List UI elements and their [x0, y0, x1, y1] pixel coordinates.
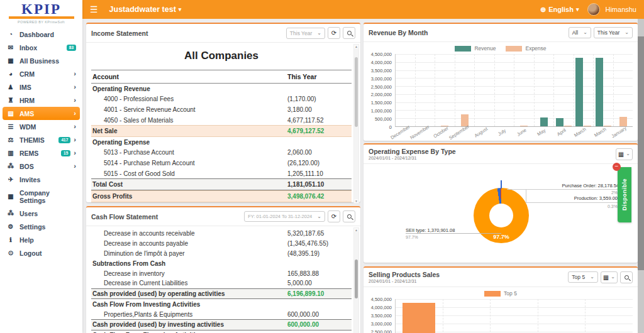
sidebar-item-dashboard[interactable]: ◔Dashboard: [0, 28, 82, 41]
x-slot: March: [574, 127, 594, 145]
row-value: 165,883.88: [287, 270, 350, 277]
revenue-bar[interactable]: [596, 58, 603, 126]
globe-icon: ⊕: [540, 6, 546, 14]
expense-bar[interactable]: [564, 126, 572, 126]
income-period-select[interactable]: This Year ⌄: [286, 28, 325, 39]
category-slot: [490, 299, 538, 333]
top-5-bar[interactable]: [402, 303, 435, 333]
sidebar-item-settings[interactable]: ⚙Settings: [0, 220, 82, 233]
panel-date-range: 2024/01/01 - 2024/12/31: [369, 156, 456, 160]
category-slot: [585, 299, 633, 333]
expense-bar[interactable]: [584, 126, 591, 126]
sidebar-item-users[interactable]: ⁂Users: [0, 207, 82, 220]
sidebar-item-help[interactable]: ℹHelp: [0, 233, 82, 246]
row-label: Cash Flow From Investing Activities: [92, 301, 287, 308]
chevron-right-icon: ›: [74, 70, 76, 77]
revenue-bar[interactable]: [575, 58, 583, 126]
refresh-button[interactable]: ⟳: [328, 27, 340, 39]
page-scrollbar-thumb[interactable]: [638, 36, 644, 270]
user-name[interactable]: Himanshu: [605, 6, 636, 13]
sidebar-item-crm[interactable]: ◕CRM›: [0, 67, 82, 80]
table-row: Cash Flow From Financing Activities: [91, 330, 352, 333]
table-row: Subtractions From Cash: [91, 258, 352, 268]
donut-chart-area: 97.7% Purchase Order: 28,178.54 2% Produ…: [364, 164, 638, 263]
row-value: 1,205,111.10: [287, 170, 350, 177]
donut-chart[interactable]: 97.7%: [474, 188, 529, 243]
row-label: Gross Profits: [92, 193, 287, 200]
table-row: Total Cost1,181,051.10: [91, 178, 352, 190]
chevron-right-icon: ›: [74, 110, 76, 117]
notification-badge[interactable]: −: [613, 163, 621, 171]
revenue-filter-select[interactable]: All ⌄: [569, 27, 591, 38]
row-value: (48,395.19): [287, 250, 350, 257]
category-slot: [474, 54, 494, 126]
refresh-button[interactable]: ⟳: [328, 210, 340, 222]
selected-filter: Top 5: [572, 274, 585, 280]
sidebar-item-label: REMS: [19, 150, 38, 157]
search-button[interactable]: [620, 271, 633, 283]
sidebar-item-all-business[interactable]: ▦All Business: [0, 54, 82, 67]
search-button[interactable]: [343, 210, 355, 222]
page-scrollbar[interactable]: [638, 19, 644, 333]
expense-bar[interactable]: [619, 117, 627, 126]
search-button[interactable]: [343, 27, 355, 39]
hamburger-menu-icon[interactable]: ☰: [90, 4, 98, 14]
logout-icon: ⊙: [6, 249, 15, 256]
x-tick-label: March: [593, 126, 607, 138]
panel-title: Cash Flow Statement: [91, 213, 158, 221]
sidebar-item-label: Company Settings: [19, 189, 76, 204]
calendar-dropdown-button[interactable]: ▦ ⌄: [601, 271, 618, 283]
topbar-right: ⊕ English ▾ Himanshu: [540, 3, 636, 16]
sidebar-item-ims[interactable]: ♟IMS›: [0, 80, 82, 94]
income-panel-scrollbar[interactable]: ▲ ▼: [353, 44, 359, 204]
income-statement-body: All Companies Account This Year Operatin…: [86, 43, 360, 205]
revenue-period-select[interactable]: This Year ⌄: [594, 27, 633, 38]
category-slot: [534, 54, 554, 126]
x-slot: June: [514, 127, 534, 145]
chevron-down-icon: ⌄: [317, 214, 321, 219]
revenue-bar[interactable]: [556, 118, 564, 126]
sidebar-item-label: AMS: [19, 110, 34, 117]
chevron-down-icon: ⌄: [583, 30, 587, 35]
row-value: 3,180.00: [287, 106, 350, 113]
cash-flow-period-select[interactable]: FY: 01-01-2024 To 31-12-2024 ⌄: [244, 211, 325, 222]
invites-icon: ✈: [6, 176, 15, 183]
sidebar-item-themis[interactable]: ⚖THEMIS417›: [0, 133, 82, 146]
sidebar-item-label: Invites: [19, 176, 40, 183]
sidebar-item-company-settings[interactable]: ▦Company Settings: [0, 186, 82, 207]
calendar-dropdown-button[interactable]: ▦ ⌄: [616, 148, 633, 160]
user-avatar[interactable]: [587, 3, 600, 16]
sidebar-item-invites[interactable]: ✈Invites: [0, 173, 82, 186]
sidebar-item-label: Users: [19, 210, 38, 217]
ams-icon: ▤: [6, 110, 15, 117]
sidebar-item-inbox[interactable]: ✉Inbox83: [0, 41, 82, 54]
scroll-down-icon[interactable]: ▼: [355, 199, 358, 203]
sidebar-item-label: IMS: [19, 84, 31, 91]
sidebar-item-hrm[interactable]: ♜HRM›: [0, 94, 82, 107]
cash-flow-panel-scrollbar[interactable]: ▲ ▼: [353, 227, 359, 333]
chevron-down-icon: ⌄: [611, 275, 615, 280]
sidebar-item-wdm[interactable]: ☰WDM›: [0, 120, 82, 133]
disponible-tab[interactable]: Disponible: [618, 167, 631, 222]
expense-bar[interactable]: [520, 126, 528, 126]
topbar: ☰ Justaddwater test ▾ ⊕ English ▾ Himans…: [82, 0, 644, 19]
row-label: Diminution de l'impôt à payer: [92, 250, 287, 257]
sidebar-item-rems[interactable]: ▥REMS15›: [0, 146, 82, 160]
chevron-down-icon: ▾: [179, 6, 182, 13]
income-table-header: Account This Year: [91, 70, 352, 84]
sidebar-item-logout[interactable]: ⊙Logout: [0, 246, 82, 259]
selling-chart-body: Top 5 4,500,0004,000,0003,500,0003,000,0…: [364, 287, 638, 333]
bos-icon: ⁂: [6, 163, 15, 170]
top-n-select[interactable]: Top 5 ⌄: [568, 271, 598, 283]
y-axis: 4,500,0004,000,0003,500,0003,000,0002,50…: [366, 54, 395, 127]
sidebar-item-bos[interactable]: ⁂BOS›: [0, 160, 82, 173]
category-slot: [396, 299, 443, 333]
revenue-bar[interactable]: [540, 117, 548, 126]
category-slot: [415, 54, 435, 126]
logo[interactable]: KPIP POWERED BY KPrimeSoft: [0, 0, 82, 25]
sidebar-item-ams[interactable]: ▤AMS›: [3, 107, 80, 120]
expense-bar[interactable]: [604, 126, 611, 126]
cash-flow-controls: FY: 01-01-2024 To 31-12-2024 ⌄ ⟳: [244, 210, 355, 222]
company-selector[interactable]: Justaddwater test ▾: [109, 5, 182, 14]
language-selector[interactable]: ⊕ English ▾: [540, 6, 579, 14]
